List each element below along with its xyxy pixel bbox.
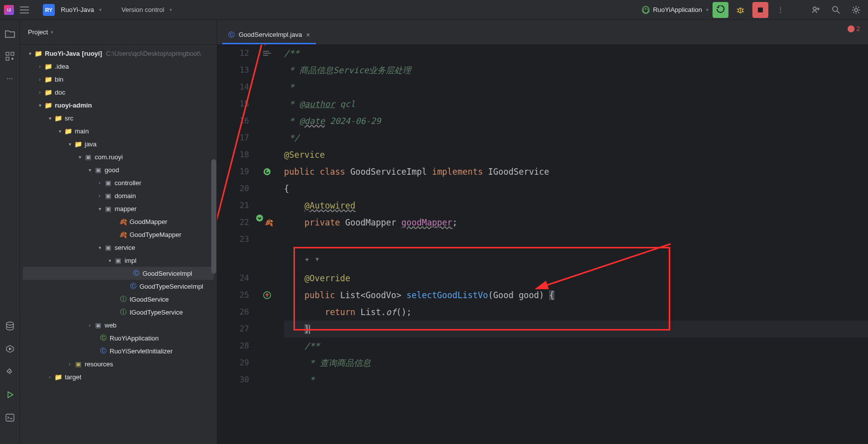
svg-marker-20 — [9, 347, 12, 350]
rerun-button[interactable] — [713, 2, 728, 18]
code-content[interactable]: /** * 商品信息Service业务层处理 * * @author qcl *… — [274, 45, 868, 444]
tree-pkg-mapper[interactable]: ▾▣mapper — [20, 202, 217, 215]
settings-icon[interactable] — [848, 2, 864, 18]
stop-button[interactable] — [752, 2, 768, 18]
database-tool-icon[interactable] — [5, 322, 14, 331]
tab-goodserviceimpl[interactable]: Ⓒ GoodServiceImpl.java × — [222, 26, 316, 44]
svg-line-5 — [737, 11, 738, 12]
svg-point-23 — [264, 168, 271, 175]
tree-package[interactable]: ▾▣com.ruoyi — [20, 150, 217, 163]
inspection-badge[interactable]: 2 — [848, 25, 860, 32]
close-icon[interactable]: × — [306, 31, 310, 39]
override-icon — [263, 291, 271, 299]
tree-pkg-web[interactable]: ›▣web — [20, 319, 217, 332]
services-tool-icon[interactable] — [5, 344, 14, 353]
debug-button[interactable] — [732, 2, 748, 18]
svg-line-6 — [742, 11, 744, 12]
left-toolbar: ⋯ — [0, 20, 20, 444]
more-actions-icon[interactable]: ⋮ — [772, 2, 788, 18]
tree-class-ruoyiapp[interactable]: ·ⒸRuoYiApplication — [20, 332, 217, 344]
tree-folder-bin[interactable]: ›📁bin — [20, 73, 217, 86]
tree-module-admin[interactable]: ▾📁ruoyi-admin — [20, 99, 217, 111]
tab-label: GoodServiceImpl.java — [239, 31, 302, 38]
project-panel: Project ▾ ▾📁 RuoYi-Java [ruoyi] C:\Users… — [20, 20, 217, 444]
structure-tool-icon[interactable] — [5, 52, 14, 61]
svg-line-3 — [737, 9, 738, 9]
svg-rect-15 — [11, 52, 14, 55]
svg-rect-16 — [6, 57, 9, 60]
tree-folder-doc[interactable]: ›📁doc — [20, 86, 217, 99]
caret — [309, 325, 310, 334]
run-configuration[interactable]: RuoYiApplication ▾ — [642, 6, 709, 14]
editor-body[interactable]: 12 13 14 15 16 17 18 19 20 21 22🍂 23 24 … — [217, 45, 868, 444]
tree-pkg-good[interactable]: ▾▣good — [20, 163, 217, 176]
tree-class-goodtypemapper[interactable]: ·🍂GoodTypeMapper — [20, 228, 217, 241]
gutter: 12 13 14 15 16 17 18 19 20 21 22🍂 23 24 … — [217, 45, 274, 444]
editor-tabs: Ⓒ GoodServiceImpl.java × — [217, 20, 868, 45]
tree-folder-target[interactable]: ›📁target — [20, 370, 217, 383]
tree-class-goodserviceimpl[interactable]: ·ⒸGoodServiceImpl — [23, 267, 214, 280]
project-panel-header[interactable]: Project ▾ — [20, 20, 217, 45]
error-icon — [848, 25, 855, 32]
chevron-down-icon[interactable]: ▾ — [169, 7, 172, 12]
svg-point-13 — [855, 8, 858, 11]
tree-folder-main[interactable]: ▾📁main — [20, 124, 217, 137]
tree-folder-resources[interactable]: ›▣resources — [20, 357, 217, 370]
tree-pkg-service[interactable]: ▾▣service — [20, 241, 217, 254]
tree-pkg-impl[interactable]: ▾▣impl — [20, 254, 217, 267]
project-tree[interactable]: ▾📁 RuoYi-Java [ruoyi] C:\Users\qcl\Deskt… — [20, 45, 217, 444]
terminal-tool-icon[interactable] — [5, 413, 14, 422]
bean-icon — [263, 168, 271, 176]
inlay-hint-icon[interactable]: ✦ ▾ — [304, 254, 320, 264]
tree-interface-igoodservice[interactable]: ·ⒾIGoodService — [20, 293, 217, 306]
version-control-menu[interactable]: Version control — [122, 6, 164, 13]
svg-point-18 — [6, 322, 13, 325]
svg-marker-21 — [8, 392, 13, 398]
hamburger-icon[interactable] — [18, 4, 31, 15]
class-icon: Ⓒ — [228, 30, 235, 39]
svg-point-24 — [256, 215, 263, 222]
intellij-icon: IJ — [4, 5, 14, 15]
tree-scrollbar[interactable] — [211, 45, 216, 444]
tree-class-goodtypeserviceimpl[interactable]: ·ⒸGoodTypeServiceImpl — [20, 280, 217, 293]
build-tool-icon[interactable] — [5, 367, 14, 376]
tree-class-goodmapper[interactable]: ·🍂GoodMapper — [20, 215, 217, 228]
tree-folder-src[interactable]: ▾📁src — [20, 111, 217, 124]
svg-rect-14 — [6, 52, 9, 55]
svg-point-11 — [833, 6, 838, 11]
spring-boot-icon — [642, 6, 650, 14]
svg-line-12 — [837, 11, 840, 13]
chevron-down-icon[interactable]: ▾ — [99, 7, 102, 12]
titlebar: IJ RY RuoYi-Java ▾ Version control ▾ Ruo… — [0, 0, 868, 20]
project-name[interactable]: RuoYi-Java — [61, 6, 94, 13]
code-with-me-icon[interactable] — [808, 2, 824, 18]
chevron-down-icon: ▾ — [51, 29, 53, 35]
tree-pkg-domain[interactable]: ›▣domain — [20, 189, 217, 202]
more-tools-icon[interactable]: ⋯ — [6, 75, 13, 82]
project-tool-icon[interactable] — [5, 30, 15, 38]
svg-rect-7 — [758, 7, 763, 12]
search-icon[interactable] — [828, 2, 844, 18]
svg-point-17 — [11, 58, 13, 60]
tree-folder-java[interactable]: ▾📁java — [20, 137, 217, 150]
tree-interface-igoodtypeservice[interactable]: ·ⒾIGoodTypeService — [20, 306, 217, 319]
scrollbar-thumb[interactable] — [211, 159, 216, 274]
tree-pkg-controller[interactable]: ›▣controller — [20, 176, 217, 189]
project-badge: RY — [43, 4, 55, 16]
tree-root[interactable]: ▾📁 RuoYi-Java [ruoyi] C:\Users\qcl\Deskt… — [20, 47, 217, 60]
tree-class-servletinit[interactable]: ·ⒸRuoYiServletInitializer — [20, 344, 217, 357]
svg-line-4 — [742, 9, 744, 9]
nav-icon — [256, 214, 264, 222]
editor-area: Ⓒ GoodServiceImpl.java × 2 12 13 14 15 1… — [217, 20, 868, 444]
run-tool-icon[interactable] — [5, 390, 14, 399]
chevron-down-icon: ▾ — [706, 7, 709, 12]
tree-folder-idea[interactable]: ›📁.idea — [20, 60, 217, 73]
svg-rect-22 — [6, 414, 14, 421]
svg-point-8 — [813, 7, 816, 10]
